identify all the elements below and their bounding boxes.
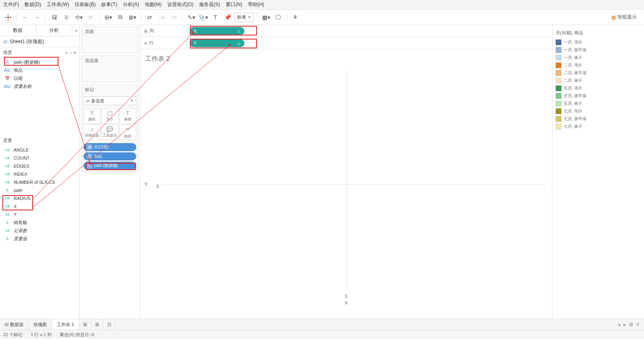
legend-item[interactable]: 七月, 毛巾 [556,107,641,115]
legend-item[interactable]: 一月, 袜子 [556,54,641,61]
show-cards-icon[interactable]: ▦▾ [261,12,271,23]
new-dashboard-tab-icon[interactable]: ⊞ [91,319,103,330]
tab-datasource[interactable]: ⛁ 数据源 [0,319,29,330]
bin-icon: .ılı. [3,60,11,64]
dim-path-bin[interactable]: .ılı.path (数据桶) [0,58,79,66]
legend-label: 一月, 毛巾 [564,40,582,45]
duplicate-icon[interactable]: ⧉ [115,12,125,23]
filmstrip-right-icon[interactable]: ▸ [623,322,626,327]
meas-slices[interactable]: =#NUMBER of SLICCS [0,178,79,186]
meas-sales[interactable]: #销售额 [0,218,79,227]
sort-asc-icon[interactable]: ↓≡ [156,12,167,23]
tab-data[interactable]: 数据 [0,25,36,36]
mark-pill-product[interactable]: ⠿商品 [83,152,136,160]
view-list-icon[interactable]: ≡ [65,50,68,55]
mark-tooltip[interactable]: 💬工具提示 [101,125,118,140]
meas-y[interactable]: =#Y [0,210,79,218]
mark-pill-pathbin[interactable]: 〜path (数据桶) [83,162,136,170]
presentation-icon[interactable]: 🖵 [273,12,283,23]
fit-dropdown[interactable]: 标准▼ [234,12,254,22]
meas-angle[interactable]: =#ANGLE [0,146,79,154]
forward-icon[interactable]: → [32,12,42,23]
sort-desc-icon[interactable]: ↑≡ [169,12,179,23]
mark-path[interactable]: 〜路径 [119,125,136,140]
view-area: iii列 X△ ≡行 Y△ 工作表 2 Y 0 0 [140,25,552,319]
meas-index[interactable]: =#INDEX [0,170,79,178]
show-me-button[interactable]: ▦ 智能显示 [611,14,641,21]
legend-item[interactable]: 五月, 毛巾 [556,84,641,92]
clear-icon[interactable]: ⊠▾ [127,12,138,23]
text-icon[interactable]: T [210,12,221,23]
refresh-icon[interactable]: ⟲▾ [73,12,84,23]
menu-data[interactable]: 数据(D) [25,1,41,8]
menu-server[interactable]: 服务器(S) [199,1,220,8]
legend-item[interactable]: 五月, 尿不湿 [556,92,641,100]
new-worksheet-tab-icon[interactable]: ⊞ [79,319,91,330]
meas-values[interactable]: #度量值 [0,235,79,243]
rows-pill-y[interactable]: Y△ [190,39,244,47]
share-icon[interactable]: ⚘ [290,12,301,23]
mark-type-dropdown[interactable]: ▱ 多边形 ▼ [83,96,136,105]
pin-icon[interactable]: 📌 [222,12,233,23]
legend-item[interactable]: 七月, 袜子 [556,123,641,130]
meas-radius[interactable]: =#RADIUS [0,194,79,202]
meas-records[interactable]: =#记录数 [0,227,79,235]
tab-sheet-2[interactable]: 工作表 2 [52,319,79,330]
mark-pill-month[interactable]: ⊞月(日期) [83,143,136,151]
tableau-logo-icon[interactable] [3,12,13,22]
meas-x[interactable]: =#X [0,202,79,210]
hash-icon: =# [3,164,11,168]
legend-item[interactable]: 二月, 毛巾 [556,61,641,69]
filmstrip-left-icon[interactable]: ◂ [618,322,620,327]
meas-edges[interactable]: =#EDGES [0,162,79,170]
y-axis-label: Y [144,182,147,187]
columns-pill-x[interactable]: X△ [190,27,244,35]
new-datasource-icon[interactable]: ⎘ [61,12,72,23]
menu-icon[interactable]: ▾ [74,50,76,55]
dim-product[interactable]: Abc商品 [0,66,79,74]
dim-date[interactable]: 📅日期 [0,74,79,82]
swap-icon[interactable]: ⇄ [144,12,155,23]
filmstrip-list-icon[interactable]: ≡ [636,322,639,327]
menu-format[interactable]: 设置格式(O) [167,1,194,8]
group-icon[interactable]: 📎▾ [198,12,208,23]
menu-map[interactable]: 地图(M) [145,1,162,8]
dim-measure-names[interactable]: Abc度量名称 [0,82,79,90]
legend-swatch [556,70,561,76]
meas-count[interactable]: =#COUNT [0,154,79,162]
highlight-icon[interactable]: ✎▾ [186,12,196,23]
filmstrip-grid-icon[interactable]: ⊞ [629,322,633,327]
columns-shelf[interactable]: iii列 X△ [140,25,552,37]
menu-dashboard[interactable]: 仪表板(B) [75,1,96,8]
visualization[interactable]: 工作表 2 Y 0 0 X [144,53,548,315]
new-story-tab-icon[interactable]: ⊡ [103,319,115,330]
mark-detail[interactable]: ⠴详细信息 [83,125,100,140]
mark-label[interactable]: T标签 [119,108,136,124]
mark-size[interactable]: ◯大小 [101,108,118,124]
mark-color[interactable]: ⠿颜色 [83,108,100,124]
menu-help[interactable]: 帮助(H) [248,1,265,8]
legend-item[interactable]: 二月, 尿不湿 [556,69,641,77]
menu-story[interactable]: 故事(T) [101,1,117,8]
viz-title[interactable]: 工作表 2 [144,53,548,68]
menu-worksheet[interactable]: 工作表(W) [47,1,69,8]
new-worksheet-icon[interactable]: ⊞▾ [103,12,113,23]
legend-item[interactable]: 二月, 袜子 [556,77,641,84]
rows-shelf[interactable]: ≡行 Y△ [140,37,552,49]
menu-file[interactable]: 文件(F) [3,1,19,8]
auto-update-icon[interactable]: ⟳ [85,12,96,23]
search-icon[interactable]: ⌕ [69,50,72,55]
back-icon[interactable]: ← [20,12,30,23]
legend-item[interactable]: 五月, 袜子 [556,100,641,107]
menu-analysis[interactable]: 分析(A) [123,1,139,8]
legend-item[interactable]: 一月, 毛巾 [556,38,641,46]
panel-collapse-icon[interactable]: ◂ [72,25,79,36]
tab-sheet-rose[interactable]: 玫瑰图 [29,319,52,330]
legend-item[interactable]: 七月, 尿不湿 [556,115,641,123]
tab-analytics[interactable]: 分析 [36,25,73,36]
legend-item[interactable]: 一月, 尿不湿 [556,46,641,54]
meas-path[interactable]: #path [0,186,79,194]
save-icon[interactable]: 🖫 [49,12,60,23]
datasource-row[interactable]: ⛁ Sheet1 (玫瑰图) [0,36,79,48]
menu-window[interactable]: 窗口(N) [226,1,242,8]
